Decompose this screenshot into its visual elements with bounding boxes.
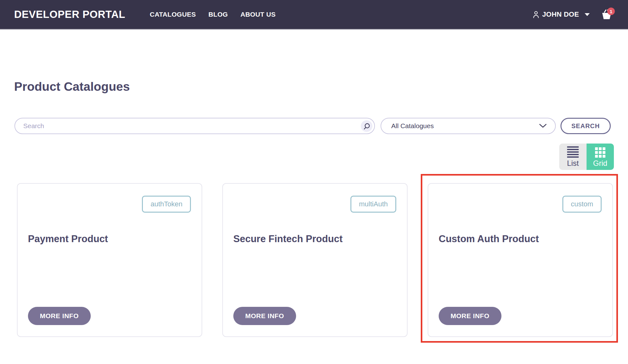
more-info-button[interactable]: MORE INFO bbox=[439, 307, 501, 325]
user-name: JOHN DOE bbox=[542, 10, 579, 19]
product-title: Secure Fintech Product bbox=[233, 233, 343, 245]
view-toggle: List Grid bbox=[559, 144, 614, 170]
header-right: JOHN DOE 1 bbox=[532, 8, 613, 21]
search-icon-button[interactable] bbox=[361, 120, 372, 132]
search-row: All Catalogues SEARCH bbox=[14, 118, 614, 134]
list-icon bbox=[567, 146, 579, 158]
list-view-label: List bbox=[567, 159, 579, 168]
auth-type-badge: multiAuth bbox=[350, 196, 396, 213]
header-bar: DEVELOPER PORTAL CATALOGUES BLOG ABOUT U… bbox=[0, 0, 628, 30]
auth-type-badge: custom bbox=[562, 196, 602, 213]
grid-view-label: Grid bbox=[593, 159, 607, 168]
search-box bbox=[14, 118, 375, 134]
cart-button[interactable]: 1 bbox=[600, 8, 613, 21]
auth-type-badge: authToken bbox=[142, 196, 191, 213]
brand-logo[interactable]: DEVELOPER PORTAL bbox=[14, 8, 125, 20]
more-info-button[interactable]: MORE INFO bbox=[233, 307, 296, 325]
catalogue-filter-value: All Catalogues bbox=[391, 122, 434, 130]
grid-view-button[interactable]: Grid bbox=[587, 144, 614, 170]
grid-icon bbox=[595, 147, 605, 158]
product-card-secure-fintech: multiAuth Secure Fintech Product MORE IN… bbox=[222, 183, 408, 337]
nav-item-catalogues[interactable]: CATALOGUES bbox=[150, 11, 196, 18]
nav-item-about-us[interactable]: ABOUT US bbox=[241, 11, 276, 18]
more-info-button[interactable]: MORE INFO bbox=[28, 307, 91, 325]
search-icon bbox=[363, 122, 371, 130]
catalogue-filter-dropdown[interactable]: All Catalogues bbox=[381, 118, 556, 134]
person-icon bbox=[532, 10, 540, 19]
product-card-grid: authToken Payment Product MORE INFO mult… bbox=[17, 183, 613, 337]
search-input[interactable] bbox=[14, 118, 375, 134]
search-button[interactable]: SEARCH bbox=[560, 118, 611, 134]
chevron-down-icon bbox=[585, 13, 590, 16]
cart-count-badge: 1 bbox=[607, 8, 615, 15]
product-title: Custom Auth Product bbox=[439, 233, 539, 245]
chevron-down-icon bbox=[539, 123, 547, 128]
main-nav: CATALOGUES BLOG ABOUT US bbox=[150, 11, 276, 18]
nav-item-blog[interactable]: BLOG bbox=[208, 11, 228, 18]
user-menu[interactable]: JOHN DOE bbox=[532, 10, 590, 19]
list-view-button[interactable]: List bbox=[559, 144, 587, 170]
product-card-custom-auth: custom Custom Auth Product MORE INFO bbox=[428, 183, 613, 337]
product-title: Payment Product bbox=[28, 233, 108, 245]
page-title: Product Catalogues bbox=[14, 80, 130, 94]
product-card-payment: authToken Payment Product MORE INFO bbox=[17, 183, 202, 337]
